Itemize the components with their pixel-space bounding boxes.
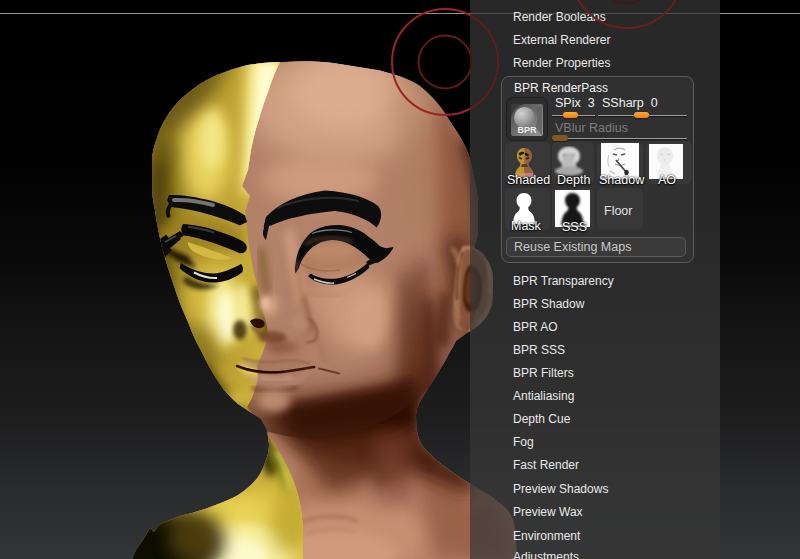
svg-text:BPR: BPR [517,125,537,135]
